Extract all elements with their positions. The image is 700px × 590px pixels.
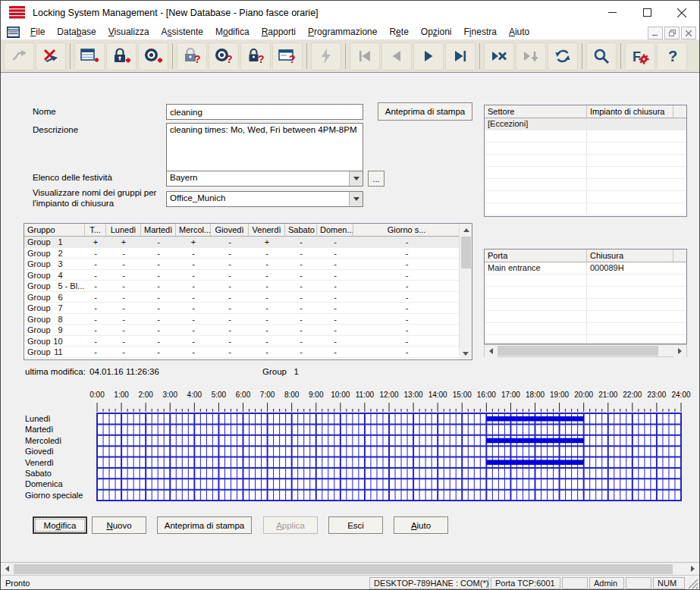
query-lock-state-icon[interactable]: ? (240, 42, 271, 71)
main-hscrollbar[interactable] (1, 562, 699, 575)
group-table-vscrollbar[interactable] (459, 224, 472, 359)
festivita-combobox[interactable]: Bayern (166, 171, 363, 187)
query-transponder-icon[interactable]: ? (209, 42, 239, 71)
group-value-cell: - (285, 281, 317, 291)
timeline-hour-label: 10:00 (328, 391, 353, 399)
close-button[interactable] (664, 1, 699, 24)
button-modifica[interactable]: Modifica (33, 516, 87, 534)
scroll-left-icon[interactable] (485, 345, 498, 357)
scroll-right-icon[interactable] (686, 563, 699, 575)
last-record-icon[interactable] (445, 42, 476, 71)
group-row[interactable]: Group4--------- (24, 270, 472, 281)
mdi-restore-button[interactable] (664, 27, 680, 39)
menu-item-database[interactable]: Database (51, 25, 102, 39)
flash-icon[interactable] (311, 42, 341, 71)
timeline-grid[interactable] (96, 413, 682, 501)
scroll-left-icon[interactable] (1, 563, 14, 575)
execute-x-icon[interactable] (484, 42, 514, 71)
help-icon[interactable]: ? (657, 42, 687, 71)
execute-down-icon[interactable] (516, 42, 546, 71)
group-value-cell: + (249, 237, 285, 247)
timeline-hour-label: 12:00 (377, 391, 401, 399)
column-header-chiusura[interactable]: Chiusura (587, 249, 673, 262)
previous-record-icon[interactable] (381, 42, 412, 71)
menu-item-rete[interactable]: Rete (383, 25, 414, 39)
scroll-down-icon[interactable] (459, 347, 472, 359)
group-row[interactable]: Group3--------- (24, 259, 472, 270)
scroll-up-icon[interactable] (460, 224, 472, 236)
print-preview-top-button[interactable]: Anteprima di stampa (378, 102, 472, 121)
column-header-4[interactable]: Mercol... (176, 224, 211, 236)
group-row[interactable]: Group12--------- (24, 358, 472, 361)
door-table-hscrollbar[interactable] (484, 344, 687, 357)
group-row[interactable]: Group5 - Bl...--------- (24, 281, 472, 292)
sync-icon[interactable] (4, 42, 34, 71)
column-header-3[interactable]: Martedì (141, 224, 176, 236)
column-header-gruppo[interactable]: Gruppo (24, 224, 85, 236)
column-header-settore[interactable]: Settore (485, 105, 587, 118)
group-row[interactable]: Group7--------- (24, 303, 472, 314)
menu-item-file[interactable]: File (24, 25, 51, 39)
disconnect-icon[interactable] (36, 42, 66, 71)
menu-item-programmazione[interactable]: Programmazione (302, 25, 383, 39)
refresh-icon[interactable] (548, 42, 578, 71)
menu-item-visualizza[interactable]: Visualizza (102, 25, 155, 39)
gruppi-dropdown-icon[interactable] (349, 192, 363, 206)
menu-item-modifica[interactable]: Modifica (209, 25, 256, 39)
button-applica[interactable]: Applica (263, 516, 318, 534)
group-row[interactable]: Group2--------- (24, 248, 472, 259)
festivita-dropdown-icon[interactable] (349, 171, 363, 186)
group-name-cell: Group10 (24, 336, 85, 347)
menu-item-finestra[interactable]: Finestra (458, 25, 503, 39)
button-anteprima-di-stampa[interactable]: Anteprima di stampa (157, 516, 252, 534)
column-header-6[interactable]: Venerdì (249, 224, 285, 236)
scroll-thumb[interactable] (461, 237, 471, 268)
group-row[interactable]: Group9--------- (24, 325, 472, 336)
gruppi-combobox[interactable]: Office_Munich (166, 191, 363, 207)
query-window-icon[interactable]: ? (272, 42, 303, 71)
column-header-5[interactable]: Giovedì (211, 224, 249, 236)
menu-item-assistente[interactable]: Assistente (155, 25, 209, 39)
column-header-impianto-di-chiusura[interactable]: Impianto di chiusura (587, 105, 673, 118)
menu-item-opzioni[interactable]: Opzioni (415, 25, 458, 39)
maximize-button[interactable] (629, 1, 664, 24)
filter-settings-icon[interactable]: F (625, 42, 655, 71)
search-icon[interactable] (586, 42, 617, 71)
new-transponder-icon[interactable] (138, 42, 168, 71)
column-header-1[interactable]: T... (85, 224, 106, 236)
group-row[interactable]: Group1++-+-+--- (24, 237, 472, 248)
next-record-icon[interactable] (413, 42, 444, 71)
table-row[interactable]: [Eccezioni] (485, 118, 686, 130)
new-lock-icon[interactable] (106, 42, 137, 71)
mdi-minimize-button[interactable] (648, 27, 663, 39)
query-lock-icon[interactable]: ? (177, 42, 207, 71)
new-locking-system-icon[interactable] (74, 42, 105, 71)
table-row[interactable]: Main entrance000089H (485, 262, 686, 275)
mdi-close-button[interactable] (681, 27, 696, 39)
column-header-8[interactable]: Domen... (317, 224, 353, 236)
timeline-hour-label: 6:00 (231, 391, 256, 399)
scroll-right-icon[interactable] (673, 345, 686, 357)
column-header-7[interactable]: Sabato (285, 224, 317, 236)
group-row[interactable]: Group10--------- (24, 336, 472, 347)
button-nuovo[interactable]: Nuovo (92, 516, 146, 534)
column-header-porta[interactable]: Porta (485, 249, 587, 262)
menu-item-rapporti[interactable]: Rapporti (256, 25, 302, 39)
column-header-2[interactable]: Lunedì (106, 224, 141, 236)
nome-input[interactable] (166, 104, 363, 120)
column-header-9[interactable]: Giorno s... (353, 224, 460, 236)
festivita-browse-button[interactable]: ... (368, 171, 385, 187)
group-row[interactable]: Group6--------- (24, 292, 472, 303)
first-record-icon[interactable] (350, 42, 380, 71)
button-esci[interactable]: Esci (328, 516, 383, 534)
resize-grip-icon[interactable] (686, 577, 698, 589)
group-value-cell: - (176, 358, 211, 361)
minimize-button[interactable] (595, 1, 629, 24)
group-row[interactable]: Group11--------- (24, 347, 472, 358)
scroll-thumb[interactable] (498, 346, 658, 356)
descrizione-textarea[interactable]: cleaning times: Mo, Wed, Fri between 4PM… (166, 123, 363, 171)
button-aiuto[interactable]: Aiuto (394, 516, 448, 534)
scroll-thumb[interactable] (14, 564, 673, 574)
group-row[interactable]: Group8--------- (24, 314, 472, 325)
menu-item-aiuto[interactable]: Aiuto (503, 25, 535, 39)
